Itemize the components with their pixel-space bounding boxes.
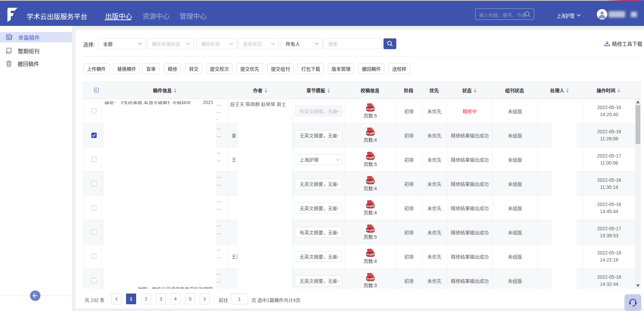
svg-text:H-pdf: H-pdf [366, 180, 374, 183]
svg-text:H-pdf: H-pdf [366, 228, 374, 232]
svg-text:H-pdf: H-pdf [366, 277, 374, 280]
svg-text:H-pdf: H-pdf [366, 204, 374, 207]
svg-text:H-pdf: H-pdf [366, 131, 374, 135]
svg-text:H-pdf: H-pdf [366, 156, 374, 159]
svg-text:H-pdf: H-pdf [366, 252, 374, 256]
svg-text:H-pdf: H-pdf [366, 107, 374, 110]
